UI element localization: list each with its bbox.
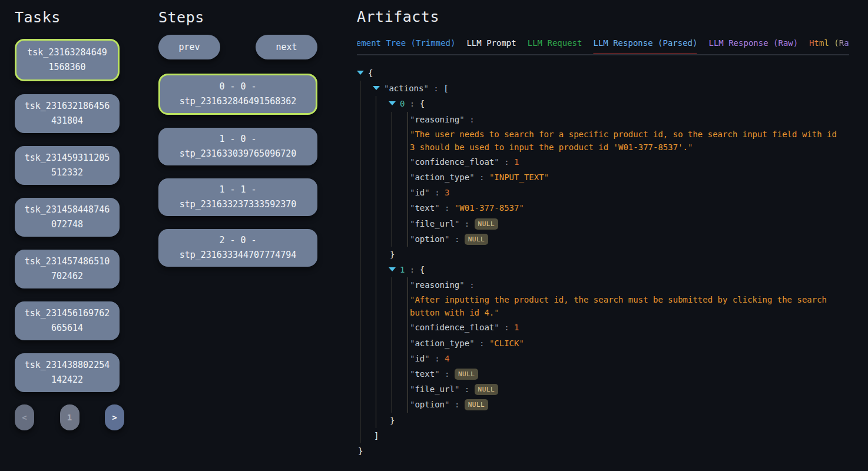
indent-guide <box>392 320 392 335</box>
task-item[interactable]: tsk_231632846491568360 <box>15 39 120 81</box>
json-tree-row: } <box>357 247 849 262</box>
indent-guide <box>376 170 376 185</box>
json-tree-row: { <box>357 65 849 81</box>
indent-guide <box>408 277 408 293</box>
indent-guide <box>376 277 376 293</box>
json-colon: : <box>465 280 479 290</box>
task-list: tsk_231632846491568360tsk_23163218645643… <box>15 39 124 392</box>
step-item[interactable]: 2 - 0 - stp_231633344707774794 <box>158 229 317 267</box>
indent-guide <box>392 216 392 231</box>
indent-guide <box>392 112 392 127</box>
json-colon: : <box>405 265 419 274</box>
indent-guide <box>408 293 408 320</box>
prev-page-button[interactable]: < <box>15 404 34 430</box>
page-number-button[interactable]: 1 <box>60 404 79 430</box>
json-punct: { <box>420 99 425 108</box>
json-null-badge: NULL <box>455 369 479 380</box>
indent-guide <box>376 293 376 320</box>
steps-panel: Steps prev next 0 - 0 - stp_231632846491… <box>158 9 317 267</box>
indent-guide <box>376 320 376 335</box>
indent-guide <box>408 397 408 412</box>
next-page-button[interactable]: > <box>105 404 124 430</box>
prev-step-button[interactable]: prev <box>158 35 220 59</box>
json-number: 1 <box>514 323 519 332</box>
indent-guide <box>392 351 392 366</box>
json-colon: : <box>465 115 479 124</box>
json-tree-row: "actions" : [ <box>357 81 849 96</box>
next-step-button[interactable]: next <box>256 35 317 59</box>
indent-guide <box>376 382 376 397</box>
indent-guide <box>408 366 408 382</box>
indent-guide <box>376 336 376 351</box>
indent-guide <box>360 112 360 127</box>
steps-title: Steps <box>158 9 317 26</box>
json-key: option <box>415 234 445 244</box>
json-number: 4 <box>445 354 449 363</box>
indent-guide <box>360 81 360 96</box>
indent-guide <box>408 382 408 397</box>
json-colon: : <box>475 339 489 348</box>
task-item[interactable]: tsk_231459311205512332 <box>15 146 120 185</box>
indent-guide <box>360 351 360 366</box>
json-tree-row: "After inputting the product id, the sea… <box>357 293 849 320</box>
indent-guide <box>376 231 376 247</box>
indent-guide <box>360 428 360 443</box>
json-string-value: The user needs to search for a specific … <box>410 130 837 152</box>
indent-guide <box>376 216 376 231</box>
json-punct: { <box>368 68 373 78</box>
indent-guide <box>408 127 408 154</box>
indent-guide <box>408 336 408 351</box>
json-colon: : <box>475 173 489 182</box>
tab-element-tree-trimmed[interactable]: Element Tree (Trimmed) <box>357 38 455 48</box>
json-tree-row: 1 : { <box>357 262 849 277</box>
json-tree-row: "text" : "W01-377-8537" <box>357 200 849 215</box>
json-key: file_url <box>415 219 454 228</box>
indent-guide <box>360 200 360 215</box>
indent-guide <box>360 170 360 185</box>
json-key: option <box>415 400 445 409</box>
json-colon: : <box>429 84 443 93</box>
collapse-arrow-icon[interactable] <box>389 267 396 271</box>
task-item[interactable]: tsk_231632186456431804 <box>15 94 120 133</box>
json-key: confidence_float <box>415 157 494 167</box>
json-tree-row: "confidence_float" : 1 <box>357 320 849 335</box>
indent-guide <box>360 96 360 111</box>
indent-guide <box>360 293 360 320</box>
json-colon: : <box>449 400 464 409</box>
collapse-arrow-icon[interactable] <box>389 101 396 105</box>
json-colon: : <box>430 188 445 197</box>
indent-guide <box>376 413 376 428</box>
step-item[interactable]: 1 - 1 - stp_231633237333592370 <box>158 178 317 216</box>
task-item[interactable]: tsk_231457486510702462 <box>15 250 120 288</box>
indent-guide <box>376 351 376 366</box>
tasks-pagination: < 1 > <box>15 404 124 430</box>
json-null-badge: NULL <box>475 384 499 395</box>
artifacts-title: Artifacts <box>357 8 849 25</box>
json-tree-row: "option" : NULL <box>357 397 849 412</box>
task-item[interactable]: tsk_231456169762665614 <box>15 301 120 340</box>
json-null-badge: NULL <box>465 234 489 245</box>
collapse-arrow-icon[interactable] <box>373 86 380 90</box>
indent-guide <box>376 154 376 170</box>
artifacts-panel: Artifacts Element Tree (Trimmed)LLM Prom… <box>357 8 849 459</box>
indent-guide <box>360 154 360 170</box>
tab-llm-prompt[interactable]: LLM Prompt <box>466 38 516 48</box>
tab-llm-request[interactable]: LLM Request <box>528 38 582 48</box>
step-list: 0 - 0 - stp_2316328464915683621 - 0 - st… <box>158 74 317 267</box>
task-item[interactable]: tsk_231438802254142422 <box>15 353 120 392</box>
indent-guide <box>392 397 392 412</box>
json-key: text <box>415 203 435 213</box>
indent-guide <box>360 127 360 154</box>
tab-llm-response-parsed[interactable]: LLM Response (Parsed) <box>593 38 697 48</box>
task-item[interactable]: tsk_231458448746072748 <box>15 198 120 237</box>
step-item[interactable]: 0 - 0 - stp_231632846491568362 <box>158 74 317 115</box>
indent-guide <box>392 231 392 247</box>
tasks-panel: Tasks tsk_231632846491568360tsk_23163218… <box>15 9 124 430</box>
collapse-arrow-icon[interactable] <box>357 71 364 75</box>
json-string-value: INPUT_TEXT <box>494 173 544 182</box>
tab-html-raw[interactable]: Html (Raw) <box>809 38 849 48</box>
step-item[interactable]: 1 - 0 - stp_231633039765096720 <box>158 128 317 165</box>
json-key: id <box>415 354 425 363</box>
tab-llm-response-raw[interactable]: LLM Response (Raw) <box>708 38 798 48</box>
json-key: text <box>415 369 435 379</box>
